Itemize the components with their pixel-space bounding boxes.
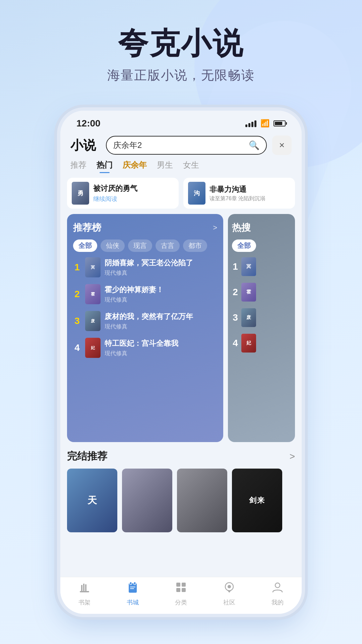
nav-community[interactable]: 社区 (223, 581, 235, 606)
completed-section-header: 完结推荐 > (67, 449, 295, 463)
hot-rank-num-4: 4 (232, 338, 239, 348)
tab-female[interactable]: 女生 (183, 160, 199, 173)
tab-qingyunian[interactable]: 庆余年 (123, 160, 147, 173)
close-button[interactable]: × (272, 136, 292, 155)
hero-title: 夸克小说 (0, 27, 362, 60)
rank-info-2: 霍少的神算娇妻！ 现代修真 (105, 285, 217, 304)
completed-arrow[interactable]: > (290, 451, 295, 462)
status-bar: 12:00 📶 (60, 111, 302, 132)
rank-genre-3: 现代修真 (105, 323, 217, 330)
recent-card-2[interactable]: 沟 非暴力沟通 读至第76章 沦陷到沉溺 (183, 178, 295, 209)
battery-icon (274, 120, 286, 126)
filter-xianxia[interactable]: 仙侠 (101, 239, 125, 252)
rank-item-2[interactable]: 2 霍 霍少的神算娇妻！ 现代修真 (73, 284, 217, 304)
svg-rect-3 (85, 584, 86, 591)
rank-genre-2: 现代修真 (105, 296, 217, 304)
svg-rect-11 (176, 588, 180, 592)
hot-filter-all[interactable]: 全部 (232, 239, 256, 252)
tab-recommend[interactable]: 推荐 (70, 160, 86, 173)
rank-title-3: 废材的我，突然有了亿万年 (105, 312, 217, 322)
completed-book-2[interactable] (122, 469, 172, 532)
svg-rect-2 (83, 584, 84, 591)
rank-title-2: 霍少的神算娇妻！ (105, 285, 217, 295)
svg-rect-1 (81, 585, 82, 591)
rank-info-4: 特工医妃：宫斗全靠我 现代修真 (105, 338, 217, 357)
hot-rank-item-4[interactable]: 4 妃 (232, 334, 291, 353)
rank-num-2: 2 (73, 289, 81, 300)
signal-icon (245, 120, 256, 127)
nav-shelf[interactable]: 书架 (78, 582, 90, 606)
search-icon[interactable]: 🔍 (249, 140, 259, 151)
completed-book-1[interactable]: 天 (67, 469, 117, 532)
nav-tabs: 推荐 热门 庆余年 男生 女生 (60, 160, 302, 173)
hot-rank-item-2[interactable]: 2 霍 (232, 283, 291, 302)
ranking-arrow[interactable]: > (213, 223, 217, 232)
rank-genre-4: 现代修真 (105, 350, 217, 357)
nav-category[interactable]: 分类 (175, 581, 187, 606)
rank-cover-4: 妃 (85, 338, 101, 358)
hot-rank-num-2: 2 (232, 287, 239, 298)
rank-cover-1: 冥 (85, 257, 101, 277)
rank-cover-3: 废 (85, 311, 101, 331)
filter-all[interactable]: 全部 (73, 239, 97, 252)
recent-progress-2: 读至第76章 沦陷到沉溺 (209, 195, 290, 202)
community-label: 社区 (223, 598, 235, 606)
search-bar[interactable]: 庆余年2 🔍 (106, 136, 267, 155)
completed-book-row: 天 剑来 (67, 469, 295, 532)
bottom-nav: 书架 书城 (60, 577, 302, 614)
phone-frame: 12:00 📶 小说 庆余年2 🔍 (60, 111, 302, 614)
recent-info-2: 非暴力沟通 读至第76章 沦陷到沉溺 (209, 184, 290, 202)
completed-book-3[interactable] (177, 469, 227, 532)
ranking-panel: 推荐榜 > 全部 仙侠 现言 古言 都市 1 冥 (67, 214, 223, 442)
rank-item-1[interactable]: 1 冥 阴婚喜嫁，冥王老公沦陷了 现代修真 (73, 257, 217, 277)
rank-title-1: 阴婚喜嫁，冥王老公沦陷了 (105, 258, 217, 268)
book-cover-2: 沟 (188, 182, 205, 205)
search-input[interactable]: 庆余年2 (113, 140, 245, 151)
nav-store[interactable]: 书城 (127, 581, 139, 606)
recent-action-1: 继续阅读 (93, 195, 174, 203)
recent-reads: 勇 被讨厌的勇气 继续阅读 沟 非暴力沟通 读至第76章 沦陷到沉溺 (60, 178, 302, 209)
filter-guyan[interactable]: 古言 (156, 239, 180, 252)
profile-label: 我的 (272, 598, 284, 606)
book-cover-1: 勇 (72, 182, 89, 205)
svg-rect-5 (130, 582, 132, 585)
hero-section: 夸克小说 海量正版小说，无限畅读 (0, 27, 362, 84)
phone-wrapper: 12:00 📶 小说 庆余年2 🔍 (60, 111, 302, 614)
community-icon (223, 581, 235, 596)
filter-xiandai[interactable]: 现言 (128, 239, 152, 252)
completed-section: 完结推荐 > 天 剑来 (60, 442, 302, 532)
rank-title-4: 特工医妃：宫斗全靠我 (105, 338, 217, 348)
tab-hot[interactable]: 热门 (97, 160, 113, 173)
status-time: 12:00 (76, 118, 101, 129)
rank-info-1: 阴婚喜嫁，冥王老公沦陷了 现代修真 (105, 258, 217, 277)
category-label: 分类 (175, 598, 187, 606)
svg-rect-12 (182, 588, 186, 592)
svg-rect-0 (80, 591, 89, 592)
wifi-icon: 📶 (260, 119, 269, 128)
rank-num-1: 1 (73, 262, 81, 273)
rank-num-3: 3 (73, 316, 81, 326)
hot-rank-item-3[interactable]: 3 废 (232, 308, 291, 327)
app-content: 小说 庆余年2 🔍 × 推荐 热门 庆余年 男生 女生 勇 (60, 132, 302, 614)
app-title: 小说 (70, 137, 101, 154)
svg-point-15 (275, 583, 280, 588)
recent-info-1: 被讨厌的勇气 继续阅读 (93, 183, 174, 203)
hot-search-panel: 热搜 全部 1 冥 2 霍 (228, 214, 295, 442)
store-icon (127, 581, 139, 596)
rank-item-4[interactable]: 4 妃 特工医妃：宫斗全靠我 现代修真 (73, 338, 217, 358)
status-icons: 📶 (245, 119, 286, 128)
tab-male[interactable]: 男生 (157, 160, 173, 173)
rank-item-3[interactable]: 3 废 废材的我，突然有了亿万年 现代修真 (73, 311, 217, 331)
filter-dushi[interactable]: 都市 (183, 239, 207, 252)
hot-rank-num-1: 1 (232, 261, 239, 272)
recent-card-1[interactable]: 勇 被讨厌的勇气 继续阅读 (67, 178, 179, 209)
svg-rect-7 (130, 587, 135, 587)
hot-rank-cover-2: 霍 (241, 283, 256, 302)
hot-rank-item-1[interactable]: 1 冥 (232, 257, 291, 276)
hot-filters: 全部 (232, 239, 291, 252)
svg-point-14 (228, 585, 231, 588)
ranking-title: 推荐榜 (73, 221, 101, 234)
nav-profile[interactable]: 我的 (272, 581, 284, 606)
hot-title: 热搜 (232, 221, 251, 234)
completed-book-4[interactable]: 剑来 (232, 469, 282, 532)
